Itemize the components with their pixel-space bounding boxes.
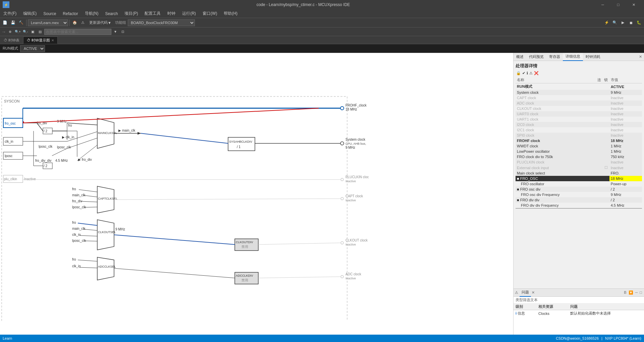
menu-file[interactable]: 文件(F) — [0, 9, 20, 18]
view-btn2[interactable]: ▤ — [37, 28, 44, 35]
toolbar-icon-3[interactable]: ▶ — [619, 19, 627, 26]
processor-table: 名称 连 锁 市值 RUN模式 ACTIVE System clock — [516, 77, 642, 209]
diagram-search-input[interactable] — [44, 29, 111, 35]
error-icon[interactable]: ❌ — [534, 71, 539, 75]
clock-diagram-svg: SYSCON fro_osc clk_in lposc fro_div / 2 … — [0, 53, 379, 321]
warning-btn[interactable]: ⚠ — [79, 19, 87, 26]
titlebar: ⚡ code - Learn/mybsp/my_ctimer.c - MCUXp… — [0, 0, 644, 9]
minimize-button[interactable]: ─ — [595, 0, 610, 9]
lock-all-icon[interactable]: 🔒 — [516, 71, 521, 75]
external-clock-label: External clock input — [516, 165, 596, 170]
prob-col-resource[interactable]: 相关资源 — [536, 303, 568, 310]
view-btn1[interactable]: ▣ — [30, 28, 36, 35]
svg-marker-97 — [97, 257, 114, 280]
row-name: FRO clock div to 750k — [516, 154, 596, 159]
right-panel: 概述 代码预览 寄存器 详细信息 时钟消耗 ✕ 处理器详情 🔒 ✔ ℹ ⚠ ❌ — [513, 53, 644, 342]
svg-marker-78 — [97, 220, 114, 250]
svg-point-93 — [341, 242, 343, 244]
prob-col-level[interactable]: 级别 — [514, 303, 536, 310]
home-btn[interactable]: 🏠 — [71, 19, 78, 26]
prob-maximize-icon[interactable]: □ — [639, 290, 643, 295]
svg-text:Inactive: Inactive — [345, 243, 356, 246]
prob-col-problem[interactable]: 问题 — [568, 303, 644, 310]
menu-navigate[interactable]: 导航(N) — [82, 9, 102, 18]
menu-project[interactable]: 项目(P) — [121, 9, 141, 18]
problems-tabs: ⚠ 问题 ✕ B 🔽 ─ □ — [514, 289, 644, 297]
window-controls: ─ □ ✕ — [595, 0, 641, 9]
svg-text:/ 1: / 1 — [237, 145, 241, 149]
svg-text:Inactive: Inactive — [345, 277, 356, 280]
problems-tab[interactable]: 问题 — [520, 289, 531, 297]
maximize-diag-btn[interactable]: ⊡ — [119, 28, 126, 35]
row-value: Inactive — [609, 106, 642, 111]
menu-search[interactable]: Search — [102, 9, 121, 18]
row-name: ADC clock — [516, 100, 596, 106]
rpanel-tab-details[interactable]: 详细信息 — [563, 53, 583, 61]
row-name: I2C1 clock — [516, 127, 596, 133]
menu-refactor[interactable]: Refactor — [59, 9, 81, 18]
menu-edit[interactable]: 编辑(E) — [20, 9, 40, 18]
search-go-btn[interactable]: ▼ — [112, 28, 119, 35]
function-dropdown[interactable]: BOARD_BootClockFRO30M — [128, 19, 195, 26]
rpanel-tab-code[interactable]: 代码预览 — [526, 53, 546, 61]
check-icon[interactable]: ✔ — [522, 71, 525, 75]
rpanel-tab-icons: ✕ — [637, 55, 644, 59]
table-row: I2C1 clock Inactive — [516, 127, 642, 133]
rpanel-close-icon[interactable]: ✕ — [638, 55, 643, 59]
update-code-btn[interactable]: 更新源代码 ▼ — [87, 19, 113, 26]
menu-clock[interactable]: 时钟 — [164, 9, 179, 18]
project-dropdown[interactable]: Learn/Learn.mex — [28, 19, 68, 26]
col-lock: 锁 — [603, 77, 609, 83]
toolbar1: 📄 💾 🔨 Learn/Learn.mex 🏠 ⚠ 更新源代码 ▼ 功能组 BO… — [0, 18, 644, 27]
table-row-fro-osc: ■ FRO_OSC 18 MHz — [516, 176, 642, 181]
zoom-in-btn[interactable]: 🔍+ — [14, 28, 21, 35]
tab-clock-diagram[interactable]: ⏱ 时钟显示图 ✕ — [23, 37, 58, 44]
prob-minimize-icon[interactable]: ─ — [635, 290, 639, 295]
prob-filter-icon[interactable]: 🔽 — [628, 290, 634, 295]
info-icon[interactable]: ℹ — [527, 71, 528, 75]
svg-text:4.5 MHz: 4.5 MHz — [55, 159, 68, 162]
close-button[interactable]: ✕ — [626, 0, 641, 9]
runmode-dropdown[interactable]: ACTIVE — [20, 45, 45, 52]
build-btn[interactable]: 🔨 — [17, 19, 25, 26]
maximize-button[interactable]: □ — [610, 0, 626, 9]
table-row: Main clock select FRO. — [516, 170, 642, 176]
save-btn[interactable]: 💾 — [9, 19, 17, 26]
row-value: ACTIVE — [609, 83, 642, 90]
sep2 — [69, 19, 70, 26]
status-sep: | — [601, 336, 602, 340]
rpanel-tab-overview[interactable]: 概述 — [514, 53, 526, 61]
status-website: CSDN@weixin_51686526 — [556, 336, 599, 340]
toolbar2: → ⊕ 🔍+ 🔍- ▣ ▤ ▼ ⊡ — [0, 27, 644, 36]
toolbar-icon-1[interactable]: ⚡ — [603, 19, 610, 26]
toolbar-icon-4[interactable]: ⏹ — [627, 19, 635, 26]
row-name: FROHF clock — [516, 138, 596, 143]
svg-text:lposc_clk: lposc_clk — [72, 239, 86, 243]
svg-line-81 — [78, 223, 97, 225]
row-lock — [603, 83, 609, 90]
toolbar-icon-2[interactable]: 🔍 — [611, 19, 619, 26]
table-row: FROHF clock 18 MHz — [516, 138, 642, 143]
prob-filter-b[interactable]: B — [623, 290, 627, 295]
menu-run[interactable]: 运行(R) — [179, 9, 199, 18]
warning-proc-icon[interactable]: ⚠ — [529, 71, 533, 75]
problems-close-icon[interactable]: ✕ — [531, 290, 535, 295]
tab-clock-table[interactable]: ⏱ 时钟表 — [0, 37, 23, 44]
external-clock-value: Inactive — [609, 165, 642, 170]
zoom-fit-btn[interactable]: ⊕ — [7, 28, 13, 35]
tab-close-icon[interactable]: ✕ — [51, 39, 54, 42]
diagram-area[interactable]: SYSCON fro_osc clk_in lposc fro_div / 2 … — [0, 53, 513, 342]
menu-help[interactable]: 帮助(H) — [220, 9, 241, 18]
svg-text:SYSCON: SYSCON — [4, 99, 20, 103]
rpanel-tab-clock-consume[interactable]: 时钟消耗 — [583, 53, 603, 61]
menu-config[interactable]: 配置工具 — [141, 9, 164, 18]
zoom-out-btn[interactable]: 🔍- — [22, 28, 29, 35]
runmode-label: RUN模式 — [3, 46, 18, 51]
menu-window[interactable]: 窗口(W) — [199, 9, 220, 18]
menu-source[interactable]: Source — [40, 9, 59, 18]
row-name: UART1 clock — [516, 117, 596, 122]
toolbar-icon-5[interactable]: 🐛 — [635, 19, 643, 26]
new-btn[interactable]: 📄 — [1, 19, 9, 26]
external-clock-checkbox[interactable]: ☐ — [603, 165, 609, 170]
rpanel-tab-registers[interactable]: 寄存器 — [546, 53, 563, 61]
